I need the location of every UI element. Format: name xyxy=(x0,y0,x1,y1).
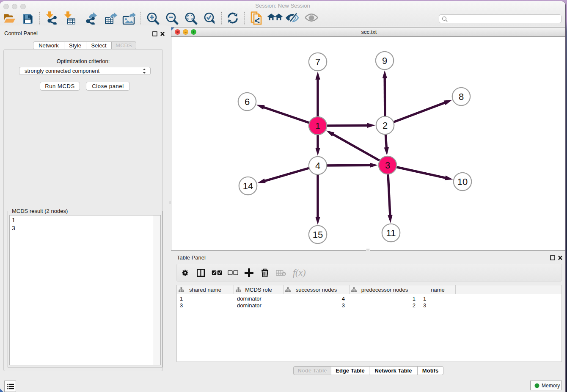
svg-text:7: 7 xyxy=(315,57,320,67)
svg-text:2: 2 xyxy=(383,120,388,131)
svg-text:9: 9 xyxy=(382,55,387,66)
svg-text:1: 1 xyxy=(315,121,320,131)
svg-text:10: 10 xyxy=(457,177,468,187)
svg-text:14: 14 xyxy=(243,181,253,191)
svg-text:15: 15 xyxy=(313,229,323,240)
svg-text:4: 4 xyxy=(315,160,320,171)
svg-text:6: 6 xyxy=(245,97,250,107)
svg-text:8: 8 xyxy=(459,91,464,102)
svg-text:3: 3 xyxy=(385,160,390,171)
svg-text:11: 11 xyxy=(386,228,396,238)
